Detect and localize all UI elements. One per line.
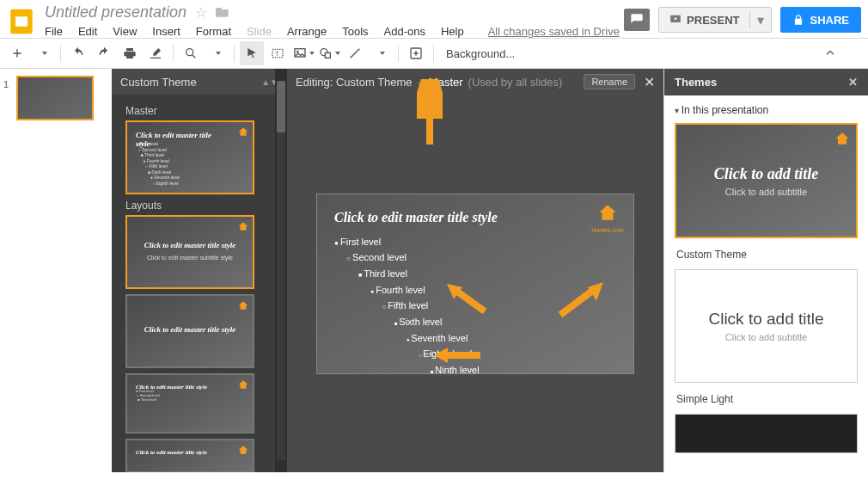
theme-card-custom[interactable]: Click to add title Click to add subtitle: [675, 123, 858, 238]
level-5: Fifth level: [382, 298, 616, 314]
logo-icon: [237, 220, 249, 232]
theme-preview-title: Click to add title: [714, 165, 819, 183]
shape-tool[interactable]: [317, 41, 341, 65]
work-area: 1 Custom Theme ▲▼ Master Click to edit m…: [0, 69, 868, 472]
folder-icon[interactable]: [216, 5, 229, 21]
add-comment-button[interactable]: [404, 41, 428, 65]
layout-thumb-title: Click to edit master title style: [127, 241, 253, 249]
present-label: PRESENT: [687, 14, 739, 27]
logo-icon: [237, 126, 249, 138]
menu-view[interactable]: View: [113, 25, 137, 38]
close-master-icon[interactable]: ✕: [644, 74, 655, 90]
slide-logo-text: Homes.com: [590, 227, 625, 233]
menu-edit[interactable]: Edit: [78, 25, 97, 38]
rename-button[interactable]: Rename: [584, 74, 635, 89]
theme-preview-title: Click to add title: [708, 310, 823, 329]
menu-slide: Slide: [247, 25, 272, 38]
menu-arrange[interactable]: Arrange: [287, 25, 327, 38]
master-section-label: Master: [125, 105, 280, 117]
layout-thumbnail[interactable]: Click to edit master title style ● First…: [125, 373, 254, 434]
themes-panel: Themes ✕ In this presentation Click to a…: [663, 69, 868, 472]
collapse-toolbar-icon[interactable]: [818, 41, 842, 65]
theme-card-dark[interactable]: [675, 414, 858, 453]
layout-thumb-title: Click to edit master title style: [136, 449, 227, 456]
svg-line-12: [351, 49, 360, 58]
level-3: Third level: [358, 266, 616, 282]
themes-section-label[interactable]: In this presentation: [664, 95, 868, 120]
editing-label: Editing: Custom Theme: [296, 76, 413, 89]
present-caret-icon[interactable]: ▾: [749, 12, 771, 28]
select-tool[interactable]: [240, 41, 264, 65]
layout-thumbnail[interactable]: Click to edit master title style: [125, 439, 254, 472]
toolbar: T Background...: [0, 38, 868, 69]
background-button[interactable]: Background...: [446, 47, 515, 60]
master-slide[interactable]: Click to edit master title style First l…: [316, 194, 634, 374]
menu-help[interactable]: Help: [441, 25, 464, 38]
zoom-button[interactable]: [179, 41, 203, 65]
level-1: First level: [334, 234, 616, 250]
level-2: Second level: [346, 249, 616, 266]
slide-title-placeholder[interactable]: Click to edit master title style: [334, 210, 616, 225]
star-icon[interactable]: ☆: [195, 4, 207, 21]
share-label: SHARE: [810, 14, 849, 27]
zoom-caret[interactable]: [205, 41, 229, 65]
menu-file[interactable]: File: [45, 25, 63, 38]
slides-logo-icon: [7, 7, 36, 36]
level-8: Eighth level: [419, 346, 616, 362]
slide-logo: Homes.com: [590, 201, 625, 233]
redo-button[interactable]: [92, 41, 116, 65]
line-caret[interactable]: [369, 41, 393, 65]
layouts-section-label: Layouts: [125, 200, 280, 212]
menu-addons[interactable]: Add-ons: [384, 25, 425, 38]
master-scrollbar[interactable]: [275, 69, 287, 472]
menu-insert[interactable]: Insert: [152, 25, 180, 38]
theme-name: Simple Light: [675, 388, 858, 414]
new-slide-button[interactable]: [5, 41, 29, 65]
layout-thumbnail[interactable]: Click to edit master title style Click t…: [125, 215, 254, 289]
doc-title[interactable]: Untitled presentation: [45, 3, 186, 22]
slide-number: 1: [3, 79, 9, 89]
line-tool[interactable]: [343, 41, 367, 65]
new-slide-caret[interactable]: [31, 41, 55, 65]
svg-rect-11: [325, 52, 330, 58]
logo-icon: [237, 378, 249, 391]
layout-thumbnail[interactable]: Click to edit master title style: [125, 294, 254, 368]
theme-preview-sub: Click to add subtitle: [725, 332, 807, 342]
image-tool[interactable]: [291, 41, 315, 65]
theme-card-simple-light[interactable]: Click to add title Click to add subtitle: [675, 269, 858, 383]
layout-thumb-outline: ● First level ○ Second level ■ Third lev…: [136, 389, 160, 403]
paint-format-button[interactable]: [144, 41, 168, 65]
slide-thumbnail[interactable]: [16, 76, 94, 120]
layout-thumb-title: Click to edit master title style: [127, 325, 253, 334]
level-4: Fourth level: [370, 282, 616, 298]
svg-point-4: [186, 49, 193, 56]
svg-point-9: [296, 51, 299, 53]
used-by-label: (Used by all slides): [468, 76, 563, 89]
filmstrip: 1: [0, 69, 112, 472]
master-panel-title[interactable]: Custom Theme: [120, 76, 197, 89]
comments-button[interactable]: [624, 9, 650, 31]
master-panel: Custom Theme ▲▼ Master Click to edit mas…: [112, 69, 287, 472]
master-thumbnail[interactable]: Click to edit master title style ● First…: [125, 120, 254, 194]
master-thumb-outline: ● First level ○ Second level ■ Third lev…: [136, 141, 180, 186]
print-button[interactable]: [118, 41, 142, 65]
menu-tools[interactable]: Tools: [342, 25, 368, 38]
theme-name: Custom Theme: [675, 243, 858, 269]
canvas-master-label: Master: [429, 76, 463, 89]
app-header: Untitled presentation ☆ File Edit View I…: [0, 0, 868, 38]
level-6: Sixth level: [394, 314, 616, 330]
theme-preview-sub: Click to add subtitle: [725, 187, 807, 197]
logo-icon: [834, 130, 851, 151]
svg-text:T: T: [275, 51, 278, 57]
share-button[interactable]: SHARE: [780, 7, 861, 33]
menu-format[interactable]: Format: [196, 25, 231, 38]
close-themes-icon[interactable]: ✕: [848, 76, 858, 89]
textbox-tool[interactable]: T: [266, 41, 290, 65]
themes-header: Themes: [675, 76, 717, 89]
canvas: Editing: Custom Theme – Master (Used by …: [287, 69, 663, 472]
present-button[interactable]: PRESENT ▾: [658, 7, 772, 33]
save-status[interactable]: All changes saved in Drive: [488, 25, 620, 38]
layout-thumb-sub: Click to edit master subtitle style: [127, 255, 253, 261]
undo-button[interactable]: [66, 41, 90, 65]
slide-body-placeholder[interactable]: First level Second level Third level Fou…: [334, 234, 616, 378]
